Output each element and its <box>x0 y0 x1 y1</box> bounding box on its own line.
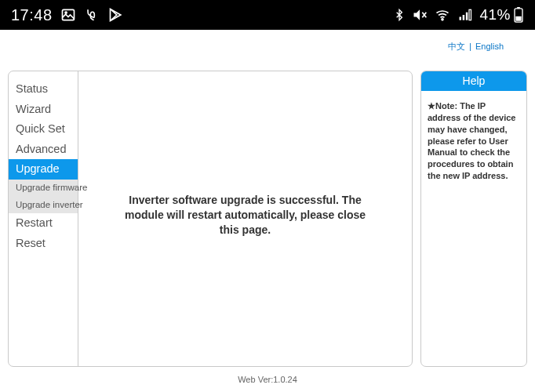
wifi-icon <box>434 7 451 23</box>
sidebar-item-restart[interactable]: Restart <box>9 213 78 234</box>
help-note: ★Note: The IP address of the device may … <box>421 91 526 188</box>
statusbar-time: 17:48 <box>11 6 53 24</box>
battery-text: 41% <box>479 6 511 24</box>
upgrade-success-message: Inverter software upgrade is successful.… <box>115 193 376 238</box>
statusbar-left: 17:48 <box>11 6 125 24</box>
svg-rect-5 <box>466 13 468 20</box>
sidebar-item-quick-set[interactable]: Quick Set <box>9 119 78 140</box>
bluetooth-icon <box>393 7 406 23</box>
sidebar-sub-upgrade-inverter[interactable]: Upgrade inverter <box>9 197 78 214</box>
content-area: Inverter software upgrade is successful.… <box>78 71 412 366</box>
statusbar-right: 41% <box>393 6 524 24</box>
sidebar-item-reset[interactable]: Reset <box>9 234 78 254</box>
android-statusbar: 17:48 <box>0 0 535 30</box>
play-store-icon <box>107 7 125 23</box>
page-body: 中文 | English Status Wizard Quick Set Adv… <box>0 30 535 392</box>
svg-point-1 <box>65 12 67 13</box>
sidebar-item-upgrade[interactable]: Upgrade <box>9 159 78 180</box>
columns: Status Wizard Quick Set Advanced Upgrade… <box>8 71 527 367</box>
sidebar: Status Wizard Quick Set Advanced Upgrade… <box>9 71 78 366</box>
language-switch: 中文 | English <box>448 41 504 53</box>
lang-en[interactable]: English <box>475 42 504 51</box>
loop-icon <box>84 7 100 23</box>
svg-rect-4 <box>463 15 465 20</box>
sidebar-item-wizard[interactable]: Wizard <box>9 100 78 120</box>
web-version: Web Ver:1.0.24 <box>0 375 535 384</box>
svg-rect-3 <box>460 17 462 20</box>
main-panel: Status Wizard Quick Set Advanced Upgrade… <box>8 71 413 367</box>
mute-icon <box>412 7 428 23</box>
image-icon <box>60 7 76 23</box>
svg-point-2 <box>442 19 443 20</box>
svg-rect-6 <box>469 9 471 20</box>
battery-status: 41% <box>479 6 524 24</box>
lang-cn[interactable]: 中文 <box>448 42 465 51</box>
help-panel: Help ★Note: The IP address of the device… <box>420 71 527 367</box>
signal-icon <box>457 7 473 23</box>
sidebar-sub-upgrade-firmware[interactable]: Upgrade firmware <box>9 180 78 197</box>
sidebar-item-status[interactable]: Status <box>9 79 78 100</box>
help-title: Help <box>421 71 526 91</box>
battery-icon <box>513 7 524 23</box>
sidebar-item-advanced[interactable]: Advanced <box>9 140 78 160</box>
svg-rect-9 <box>515 16 521 21</box>
lang-sep: | <box>469 42 471 51</box>
